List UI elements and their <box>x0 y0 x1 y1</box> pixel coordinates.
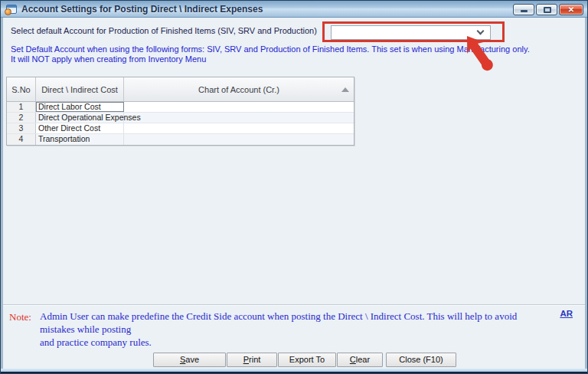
cell-sno: 1 <box>7 102 36 112</box>
action-button-row: Save Print Export To Excel Clear Close (… <box>153 353 457 367</box>
print-label: rint <box>249 355 260 364</box>
table-row[interactable]: 2 Direct Operational Expenses <box>7 113 354 123</box>
section-divider <box>3 304 585 306</box>
note-label: Note: <box>9 311 31 323</box>
column-header-sno[interactable]: S.No <box>7 77 36 101</box>
close-f10-button[interactable]: Close (F10) <box>386 353 456 367</box>
save-label: ave <box>185 355 199 364</box>
maximize-icon <box>544 7 551 13</box>
note-line-2: and practice company rules. <box>40 336 537 349</box>
window-controls: ✕ <box>513 4 583 15</box>
cell-sno: 2 <box>7 113 36 123</box>
expenses-grid: S.No Direct \ Indirect Cost Chart of Acc… <box>6 77 354 146</box>
window-bottom-frame <box>1 369 587 373</box>
print-accel: P <box>243 355 249 364</box>
cell-account[interactable] <box>124 134 354 145</box>
maximize-button[interactable] <box>536 4 557 15</box>
dialog-window: Account Settings for Posting Direct \ In… <box>0 0 588 374</box>
instruction-line-2: It will NOT apply when creating from Inv… <box>11 54 530 64</box>
column-header-account[interactable]: Chart of Account (Cr.) <box>124 77 354 101</box>
cell-sno: 4 <box>7 134 36 145</box>
cell-cost[interactable]: Other Direct Cost <box>36 123 124 133</box>
title-bar: Account Settings for Posting Direct \ In… <box>1 1 587 18</box>
print-button[interactable]: Print <box>227 353 277 367</box>
close-label: Close (F10) <box>399 355 443 364</box>
save-button[interactable]: Save <box>153 353 226 367</box>
dialog-content: Select default Account for Production of… <box>1 18 587 369</box>
clear-button[interactable]: Clear <box>337 353 383 367</box>
export-to-excel-button[interactable]: Export To Excel <box>278 353 336 367</box>
cell-account[interactable] <box>124 102 354 112</box>
window-icon <box>6 5 17 14</box>
cell-sno: 3 <box>7 123 36 133</box>
table-row[interactable]: 3 Other Direct Cost <box>7 123 354 134</box>
window-title: Account Settings for Posting Direct \ In… <box>21 4 263 15</box>
clear-accel: C <box>350 355 356 364</box>
close-icon: ✕ <box>560 5 583 15</box>
cell-cost[interactable]: Transportation <box>36 134 124 145</box>
author-initials-link[interactable]: AR <box>560 309 573 318</box>
table-row[interactable]: 4 Transportation <box>7 134 354 145</box>
default-account-label: Select default Account for Production of… <box>11 26 317 35</box>
instruction-text: Set Default Account when using the follo… <box>11 44 530 64</box>
cell-account[interactable] <box>124 123 354 133</box>
column-header-cost[interactable]: Direct \ Indirect Cost <box>36 77 124 101</box>
sort-ascending-icon <box>341 87 349 92</box>
cell-account[interactable] <box>124 113 354 123</box>
default-account-combobox[interactable] <box>331 25 491 40</box>
minimize-button[interactable] <box>513 4 534 15</box>
minimize-icon <box>521 10 528 12</box>
column-header-account-label: Chart of Account (Cr.) <box>198 85 279 94</box>
grid-header-row: S.No Direct \ Indirect Cost Chart of Acc… <box>7 77 354 102</box>
export-label: Export To Excel <box>289 355 325 369</box>
table-row[interactable]: 1 Direct Labor Cost <box>7 102 354 113</box>
clear-label: lear <box>356 355 370 364</box>
cell-cost[interactable]: Direct Operational Expenses <box>36 113 124 123</box>
note-line-1: Admin User can make predefine the Credit… <box>40 310 537 336</box>
cell-cost[interactable]: Direct Labor Cost <box>36 102 124 112</box>
instruction-line-1: Set Default Account when using the follo… <box>11 44 530 54</box>
chevron-down-icon <box>477 28 485 35</box>
note-text: Admin User can make predefine the Credit… <box>40 310 537 349</box>
close-button[interactable]: ✕ <box>559 4 583 15</box>
